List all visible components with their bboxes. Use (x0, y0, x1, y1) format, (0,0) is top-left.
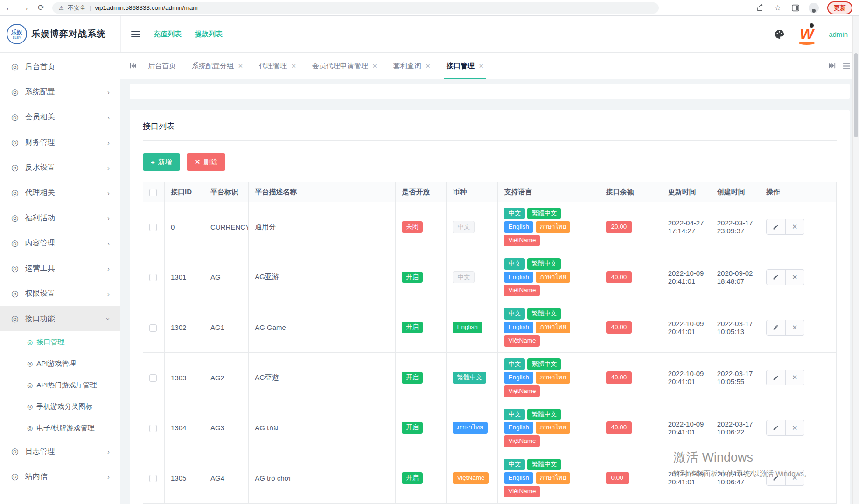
tab-close-icon[interactable]: ✕ (426, 63, 431, 70)
sidebar-item[interactable]: ◎运营工具› (0, 256, 120, 281)
delete-row-button[interactable]: ✕ (785, 219, 804, 234)
edit-button[interactable] (767, 270, 785, 285)
cell-updated: 2022-10-09 20:41:01 (662, 252, 711, 302)
sidebar-item[interactable]: ◎财务管理› (0, 130, 120, 155)
open-status-badge: 开启 (402, 422, 423, 434)
chevron-right-icon: › (107, 114, 110, 121)
delete-row-button[interactable]: ✕ (785, 470, 804, 485)
tab-close-icon[interactable]: ✕ (372, 63, 377, 70)
language-badge: ViệtName (504, 335, 540, 347)
add-button[interactable]: + 新增 (143, 153, 180, 171)
sidebar-item[interactable]: ◎系统配置› (0, 79, 120, 105)
cell-interface-id: 1304 (165, 403, 204, 453)
tab-会员代理申请管理[interactable]: 会员代理申请管理✕ (304, 53, 385, 79)
tab-close-icon[interactable]: ✕ (238, 63, 243, 70)
col-languages: 支持语言 (498, 182, 600, 202)
row-checkbox[interactable] (149, 224, 157, 231)
page-scrollbar[interactable] (852, 16, 859, 504)
bookmark-star-icon[interactable]: ☆ (773, 3, 782, 13)
tabs-scroll-right-icon[interactable] (825, 63, 839, 69)
chevron-right-icon: › (107, 215, 110, 222)
row-checkbox[interactable] (149, 274, 157, 281)
sidebar-item[interactable]: ◎权限设置› (0, 281, 120, 306)
row-checkbox[interactable] (149, 425, 157, 432)
edit-button[interactable] (767, 370, 785, 385)
cell-created: 2022-03-17 23:09:37 (711, 202, 760, 252)
address-bar[interactable]: ⚠ 不安全 | vip1admin.5868333.com/admin/main (52, 2, 659, 14)
recharge-list-link[interactable]: 充值列表 (154, 30, 182, 39)
cell-interface-id: 1303 (165, 352, 204, 403)
edit-button[interactable] (767, 420, 785, 435)
tab-接口管理[interactable]: 接口管理✕ (439, 53, 492, 79)
theme-palette-icon[interactable] (774, 29, 785, 40)
sidebar-item[interactable]: ◎日志管理› (0, 439, 120, 464)
tab-代理管理[interactable]: 代理管理✕ (251, 53, 304, 79)
sidebar-subitem[interactable]: ◎接口管理 (0, 331, 120, 353)
browser-update-button[interactable]: 更新 (827, 1, 852, 14)
edit-button[interactable] (767, 470, 785, 485)
tab-close-icon[interactable]: ✕ (479, 63, 484, 70)
delete-row-button[interactable]: ✕ (785, 270, 804, 285)
scrollbar-thumb[interactable] (854, 53, 858, 137)
filter-strip-card (130, 84, 850, 99)
menu-circle-icon: ◎ (27, 425, 33, 431)
currency-badge: 繁體中文 (453, 372, 486, 384)
cell-languages: 中文繁體中文EnglishภาษาไทยViệtName (498, 403, 600, 453)
sidebar-subitem[interactable]: ◎电子/棋牌游戏管理 (0, 417, 120, 439)
sidebar-item[interactable]: ◎接口功能› (0, 306, 120, 331)
tab-options-icon[interactable] (839, 63, 853, 69)
tab-close-icon[interactable]: ✕ (291, 63, 296, 70)
cell-platform-name: AG亞遊 (249, 352, 396, 403)
col-created: 创建时间 (711, 182, 760, 202)
sidebar-item[interactable]: ◎代理相关› (0, 180, 120, 205)
sidebar-item[interactable]: ◎会员相关› (0, 105, 120, 130)
back-icon[interactable]: ← (5, 3, 14, 13)
tab-后台首页[interactable]: 后台首页 (140, 53, 184, 79)
menu-circle-icon: ◎ (11, 189, 19, 197)
user-avatar[interactable]: W (796, 23, 817, 45)
open-status-badge: 开启 (402, 272, 423, 283)
sidebar-toggle-icon[interactable] (131, 31, 140, 37)
sidebar-item[interactable]: ◎后台首页 (0, 54, 120, 79)
delete-row-button[interactable]: ✕ (785, 420, 804, 435)
row-checkbox[interactable] (149, 374, 157, 382)
tabs-scroll-left-icon[interactable] (126, 63, 140, 69)
browser-chrome: ← → ⟳ ⚠ 不安全 | vip1admin.5868333.com/admi… (0, 0, 859, 16)
forward-icon[interactable]: → (21, 3, 30, 13)
interface-table-body: 0CURRENCY通用分关闭中文中文繁體中文EnglishภาษาไทยViệt… (143, 202, 837, 504)
row-checkbox[interactable] (149, 324, 157, 332)
sidebar-subitem[interactable]: ◎API热门游戏厅管理 (0, 374, 120, 396)
tab-套利查询[interactable]: 套利查询✕ (385, 53, 439, 79)
chevron-down-icon: › (105, 318, 112, 320)
cell-platform-name: AG Game (249, 302, 396, 353)
cell-created: 2022-03-17 10:05:55 (711, 352, 760, 403)
balance-badge: 40.00 (606, 271, 632, 284)
edit-button[interactable] (767, 320, 785, 335)
withdraw-list-link[interactable]: 提款列表 (195, 30, 223, 39)
select-all-checkbox[interactable] (149, 189, 157, 196)
sidebar-subitem[interactable]: ◎手机游戏分类图标 (0, 396, 120, 417)
table-row: 0CURRENCY通用分关闭中文中文繁體中文EnglishภาษาไทยViệt… (143, 202, 837, 252)
side-panel-icon[interactable] (791, 3, 800, 13)
currency-badge: ViệtName (453, 472, 489, 484)
table-header-row: 接口ID 平台标识 平台描述名称 是否开放 币种 支持语言 接口余额 更新时间 … (143, 182, 837, 202)
profile-icon[interactable] (809, 3, 819, 13)
menu-circle-icon: ◎ (11, 447, 19, 455)
delete-row-button[interactable]: ✕ (785, 370, 804, 385)
delete-button[interactable]: ✕ 删除 (187, 153, 226, 171)
sidebar-subitem[interactable]: ◎API游戏管理 (0, 353, 120, 374)
sidebar-item[interactable]: ◎福利活动› (0, 205, 120, 231)
sidebar-item[interactable]: ◎站内信› (0, 464, 120, 489)
delete-row-button[interactable]: ✕ (785, 320, 804, 335)
edit-button[interactable] (767, 219, 785, 234)
share-icon[interactable] (755, 3, 765, 13)
tab-系统配置分组[interactable]: 系统配置分组✕ (184, 53, 251, 79)
language-badge: English (504, 372, 533, 384)
reload-icon[interactable]: ⟳ (36, 3, 46, 13)
row-checkbox[interactable] (149, 475, 157, 482)
menu-circle-icon: ◎ (11, 88, 19, 96)
sidebar-item[interactable]: ◎内容管理› (0, 231, 120, 256)
username[interactable]: admin (829, 30, 848, 38)
sidebar-item[interactable]: ◎反水设置› (0, 155, 120, 180)
open-status-badge: 关闭 (402, 221, 423, 233)
